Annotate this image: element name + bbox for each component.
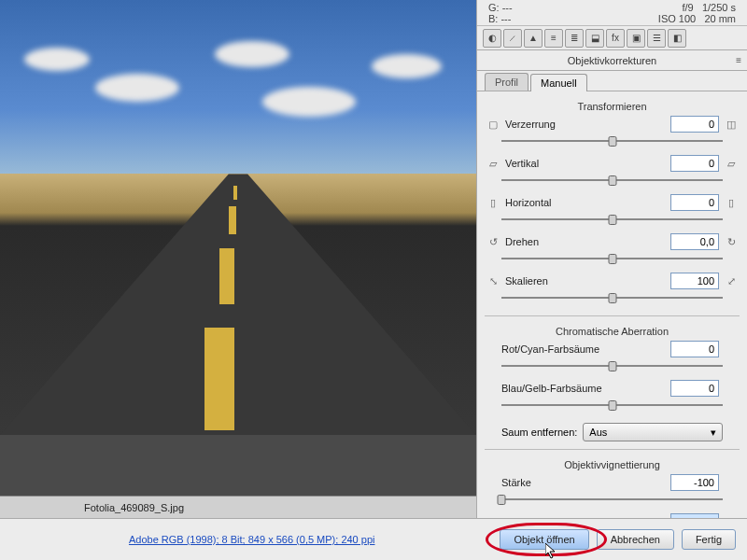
tool-curve-icon[interactable]: ⟋: [503, 29, 522, 48]
rotate-icon-r: ↻: [723, 234, 740, 249]
defringe-label: Saum entfernen:: [501, 427, 577, 438]
amount-slider[interactable]: [501, 493, 723, 506]
horizontal-icon: ▯: [485, 195, 501, 210]
amount-label: Stärke: [485, 477, 667, 488]
blueyellow-input[interactable]: [670, 380, 719, 397]
open-object-button[interactable]: Objekt öffnen: [500, 529, 588, 550]
tool-fx-icon[interactable]: fx: [606, 29, 625, 48]
section-vignette: Objektivvignettierung: [485, 454, 740, 474]
scale-icon: ⤡: [485, 273, 501, 288]
info-b: B: ---: [488, 13, 658, 24]
tab-manual[interactable]: Manuell: [530, 74, 587, 91]
horizontal-slider[interactable]: [501, 213, 723, 226]
vertical-slider[interactable]: [501, 174, 723, 187]
vertical-label: Vertikal: [505, 158, 667, 169]
scale-icon-r: ⤢: [723, 273, 740, 288]
scale-label: Skalieren: [505, 275, 667, 287]
panel-menu-icon[interactable]: ≡: [736, 55, 741, 65]
distortion-slider[interactable]: [501, 134, 723, 147]
tool-split-icon[interactable]: ≣: [565, 29, 584, 48]
blueyellow-label: Blau/Gelb-Farbsäume: [485, 383, 667, 394]
section-chromatic: Chromatische Aberration: [485, 320, 740, 341]
tool-presets-icon[interactable]: ☰: [647, 29, 666, 48]
horizontal-icon-r: ▯: [723, 195, 740, 210]
defringe-dropdown[interactable]: Aus ▾: [583, 423, 723, 441]
info-iso: ISO 100: [658, 13, 696, 24]
redcyan-slider[interactable]: [501, 359, 723, 372]
defringe-value: Aus: [589, 427, 607, 438]
rotate-slider[interactable]: [501, 252, 723, 265]
tool-camera-icon[interactable]: ▣: [627, 29, 645, 48]
filename-text: Fotolia_469089_S.jpg: [84, 502, 184, 513]
tool-lens-icon[interactable]: ⬓: [585, 29, 604, 48]
tool-snapshot-icon[interactable]: ◧: [668, 29, 686, 48]
vertical-input[interactable]: [670, 155, 719, 172]
tool-detail-icon[interactable]: ▲: [524, 29, 543, 48]
redcyan-input[interactable]: [670, 341, 719, 357]
amount-input[interactable]: [670, 474, 719, 491]
blueyellow-slider[interactable]: [501, 399, 723, 412]
redcyan-label: Rot/Cyan-Farbsäume: [485, 343, 667, 355]
horizontal-input[interactable]: [670, 194, 719, 211]
toolbar: ◐ ⟋ ▲ ≡ ≣ ⬓ fx ▣ ☰ ◧: [477, 26, 747, 50]
section-transform: Transformieren: [485, 95, 740, 116]
tool-basic-icon[interactable]: ◐: [483, 29, 501, 48]
scale-slider[interactable]: [501, 291, 723, 304]
metadata-link[interactable]: Adobe RGB (1998); 8 Bit; 849 x 566 (0,5 …: [11, 534, 492, 545]
info-aperture: f/9: [683, 2, 694, 13]
distortion-icon: ▢: [485, 117, 501, 132]
tool-hsl-icon[interactable]: ≡: [544, 29, 563, 48]
rotate-icon: ↺: [485, 234, 501, 249]
rotate-input[interactable]: [670, 233, 719, 250]
distortion-label: Verzerrung: [505, 119, 667, 130]
info-g: G: ---: [488, 2, 658, 13]
image-preview: [0, 0, 476, 435]
info-shutter: 1/250 s: [702, 2, 736, 13]
cancel-button[interactable]: Abbrechen: [597, 529, 674, 550]
exif-info: G: --- B: --- f/9 1/250 s ISO 100 20 mm: [477, 0, 747, 26]
vertical-icon-r: ▱: [723, 156, 740, 171]
rotate-label: Drehen: [505, 236, 667, 247]
filename-bar: Fotolia_469089_S.jpg: [0, 496, 476, 518]
done-button[interactable]: Fertig: [682, 529, 736, 550]
distortion-input[interactable]: [670, 116, 719, 133]
tab-profile[interactable]: Profil: [485, 73, 529, 91]
distortion-icon-r: ◫: [723, 117, 740, 132]
horizontal-label: Horizontal: [505, 197, 667, 208]
panel-title: Objektivkorrekturen ≡: [477, 50, 747, 71]
chevron-down-icon: ▾: [711, 427, 716, 439]
vertical-icon: ▱: [485, 156, 501, 171]
scale-input[interactable]: [670, 273, 719, 289]
info-focal: 20 mm: [704, 13, 736, 24]
